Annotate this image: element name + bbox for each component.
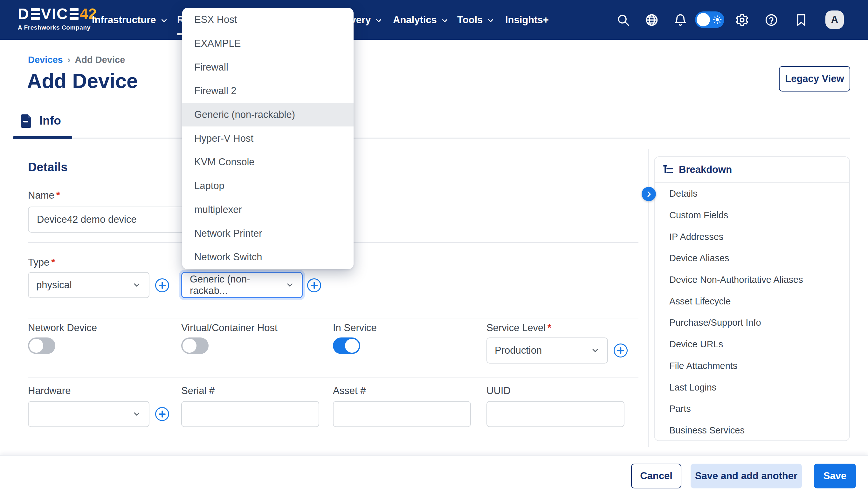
nav-item-infrastructure[interactable]: Infrastructure xyxy=(92,0,168,40)
dropdown-option-multiplexer[interactable]: multiplexer xyxy=(182,198,353,222)
chevron-down-icon xyxy=(487,17,495,25)
dropdown-option-esx-host[interactable]: ESX Host xyxy=(182,8,353,32)
legacy-view-button[interactable]: Legacy View xyxy=(779,66,850,92)
chevron-down-icon xyxy=(591,346,600,355)
tab-info-label: Info xyxy=(39,114,61,127)
breakdown-item-ip-addresses[interactable]: IP Addresses xyxy=(655,226,849,248)
collapse-panel-button[interactable] xyxy=(642,187,656,201)
nav-item-tools[interactable]: Tools xyxy=(457,0,495,40)
dropdown-option-firewall-2[interactable]: Firewall 2 xyxy=(182,79,353,103)
dropdown-option-network-printer[interactable]: Network Printer xyxy=(182,222,353,245)
bookmark-icon[interactable] xyxy=(794,13,808,27)
dropdown-option-generic-non-rackable[interactable]: Generic (non-rackable) xyxy=(182,103,353,127)
subtype-dropdown-list: ESX Host EXAMPLE Firewall Firewall 2 Gen… xyxy=(182,8,353,269)
dropdown-option-hyper-v-host[interactable]: Hyper-V Host xyxy=(182,127,353,150)
bell-icon[interactable] xyxy=(674,13,687,27)
logo-e-bars-icon xyxy=(31,8,40,20)
asset-input[interactable] xyxy=(333,401,471,427)
chevron-down-icon xyxy=(160,17,168,25)
uuid-input[interactable] xyxy=(487,401,624,427)
save-button[interactable]: Save xyxy=(814,464,856,488)
nav-item-label: Insights+ xyxy=(505,14,549,26)
add-type-button[interactable] xyxy=(155,279,169,292)
device42-logo[interactable]: D VIC 42 A Freshworks Company xyxy=(18,6,97,31)
uuid-label: UUID xyxy=(487,385,510,397)
toggle-knob xyxy=(345,339,359,353)
chevron-down-icon xyxy=(375,17,383,25)
breakdown-header: Breakdown xyxy=(655,157,849,183)
nav-item-label: Analytics xyxy=(393,14,437,26)
dropdown-option-example[interactable]: EXAMPLE xyxy=(182,32,353,56)
type-select-value: physical xyxy=(36,279,72,291)
logo-tagline: A Freshworks Company xyxy=(18,24,97,31)
save-and-add-another-button[interactable]: Save and add another xyxy=(690,464,802,488)
globe-icon[interactable] xyxy=(645,13,659,27)
subtype-select-value: Generic (non-rackab... xyxy=(190,273,285,296)
avatar-initial: A xyxy=(831,14,838,25)
breakdown-item-asset-lifecycle[interactable]: Asset Lifecycle xyxy=(655,290,849,312)
breakdown-item-details[interactable]: Details xyxy=(655,183,849,205)
type-label: Type* xyxy=(28,257,55,268)
breakdown-item-non-authoritative-aliases[interactable]: Device Non-Authoritative Aliases xyxy=(655,269,849,291)
add-subtype-button[interactable] xyxy=(307,279,321,292)
gear-icon[interactable] xyxy=(735,13,749,27)
tabbar-divider xyxy=(14,138,850,138)
breakdown-item-last-logins[interactable]: Last Logins xyxy=(655,377,849,398)
chevron-right-icon xyxy=(645,190,653,198)
nav-item-analytics[interactable]: Analytics xyxy=(393,0,449,40)
logo-e-bars-icon xyxy=(70,8,79,20)
top-navbar: D VIC 42 A Freshworks Company Infrastruc… xyxy=(0,0,868,40)
breakdown-item-device-aliases[interactable]: Device Aliases xyxy=(655,248,849,269)
active-tab-underline xyxy=(13,136,72,139)
nav-item-label: Tools xyxy=(457,14,483,26)
service-level-value: Production xyxy=(495,345,542,356)
breakdown-item-business-services[interactable]: Business Services xyxy=(655,420,849,442)
serial-input[interactable] xyxy=(181,401,319,427)
help-icon[interactable] xyxy=(764,13,778,27)
add-service-level-button[interactable] xyxy=(614,344,628,358)
type-select[interactable]: physical xyxy=(28,272,149,298)
add-hardware-button[interactable] xyxy=(155,407,169,421)
breakdown-item-device-urls[interactable]: Device URLs xyxy=(655,334,849,355)
breadcrumb-separator: › xyxy=(67,55,70,65)
breakdown-item-file-attachments[interactable]: File Attachments xyxy=(655,355,849,377)
dropdown-option-network-switch[interactable]: Network Switch xyxy=(182,245,353,269)
breadcrumb-current: Add Device xyxy=(75,55,125,65)
breadcrumb-devices-link[interactable]: Devices xyxy=(28,55,63,65)
dropdown-option-kvm-console[interactable]: KVM Console xyxy=(182,150,353,174)
breakdown-item-parts[interactable]: Parts xyxy=(655,398,849,420)
service-level-select[interactable]: Production xyxy=(487,337,608,363)
breakdown-item-custom-fields[interactable]: Custom Fields xyxy=(655,205,849,226)
service-level-label: Service Level* xyxy=(487,322,551,334)
dropdown-option-firewall[interactable]: Firewall xyxy=(182,55,353,79)
user-avatar[interactable]: A xyxy=(826,10,844,29)
chevron-down-icon xyxy=(132,410,141,419)
virtual-host-label: Virtual/Container Host xyxy=(181,322,278,334)
nav-item-label: Infrastructure xyxy=(92,14,156,26)
in-service-toggle[interactable] xyxy=(333,337,360,354)
theme-toggle[interactable] xyxy=(695,11,724,28)
dropdown-option-laptop[interactable]: Laptop xyxy=(182,174,353,198)
asset-label: Asset # xyxy=(333,385,366,397)
page-title: Add Device xyxy=(27,69,138,93)
network-device-toggle[interactable] xyxy=(28,337,55,354)
nav-item-insights[interactable]: Insights+ xyxy=(505,0,549,40)
in-service-label: In Service xyxy=(333,322,377,334)
breadcrumb: Devices › Add Device xyxy=(28,55,125,65)
tab-info[interactable]: Info xyxy=(20,114,61,128)
chevron-down-icon xyxy=(132,281,141,290)
theme-toggle-knob xyxy=(696,13,710,26)
chevron-down-icon xyxy=(285,281,294,290)
toggle-knob xyxy=(183,339,196,353)
cancel-button[interactable]: Cancel xyxy=(631,464,681,488)
toggle-knob xyxy=(29,339,43,353)
footer-action-bar: Cancel Save and add another Save xyxy=(0,455,868,490)
breakdown-item-purchase-support[interactable]: Purchase/Support Info xyxy=(655,312,849,334)
row-divider xyxy=(28,318,639,318)
virtual-host-toggle[interactable] xyxy=(181,337,209,354)
search-icon[interactable] xyxy=(616,13,630,27)
hardware-select[interactable] xyxy=(28,401,149,427)
subtype-select[interactable]: Generic (non-rackab... xyxy=(181,272,303,298)
document-icon xyxy=(20,114,33,128)
name-label: Name* xyxy=(28,190,60,201)
